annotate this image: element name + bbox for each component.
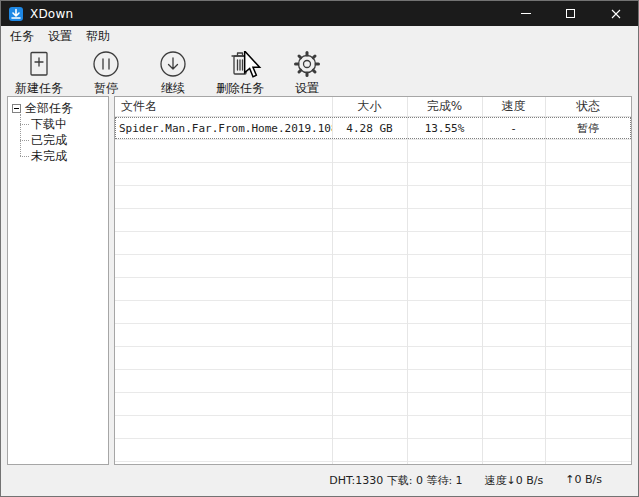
minimize-button[interactable]	[503, 1, 548, 26]
cell-percent: 13.55%	[407, 122, 482, 135]
menu-item-settings[interactable]: 设置	[41, 26, 79, 47]
tree-collapse-icon[interactable]	[12, 104, 21, 113]
window-title: XDown	[30, 7, 73, 21]
column-divider	[545, 97, 546, 464]
download-table: 文件名 大小 完成% 速度 状态 Spider.Man.Far.From.Hom…	[114, 96, 632, 465]
settings-label: 设置	[295, 80, 319, 97]
pause-label: 暂停	[94, 80, 118, 97]
pause-button[interactable]: 暂停	[80, 49, 132, 97]
tree-item-incomplete[interactable]: 未完成	[20, 148, 106, 164]
tree-children: 下载中 已完成 未完成	[20, 116, 106, 164]
settings-gear-icon	[292, 49, 322, 79]
titlebar[interactable]: XDown	[1, 1, 638, 26]
tree-item-completed[interactable]: 已完成	[20, 132, 106, 148]
close-button[interactable]	[593, 1, 638, 26]
status-upload-speed: ↑0 B/s	[565, 473, 602, 488]
column-header-speed[interactable]: 速度	[482, 98, 545, 115]
pause-icon	[91, 49, 121, 79]
maximize-button[interactable]	[548, 1, 593, 26]
statusbar: DHT:1330 下载: 0 等待: 1 速度↓0 B/s ↑0 B/s	[1, 465, 638, 496]
status-download-speed: 速度↓0 B/s	[485, 473, 544, 488]
settings-button[interactable]: 设置	[281, 49, 333, 97]
app-window: XDown 任务 设置 帮助	[0, 0, 639, 497]
delete-task-button[interactable]: 删除任务	[214, 49, 266, 97]
new-task-button[interactable]: 新建任务	[13, 49, 65, 97]
column-divider	[407, 97, 408, 464]
menu-item-task[interactable]: 任务	[3, 26, 41, 47]
menubar: 任务 设置 帮助	[1, 26, 638, 47]
cell-status: 暂停	[545, 121, 631, 136]
close-icon	[611, 9, 621, 19]
toolbar: 新建任务 暂停 继续	[1, 47, 638, 96]
task-tree-panel: 全部任务 下载中 已完成 未完成	[7, 96, 109, 465]
mouse-cursor-icon	[238, 51, 268, 81]
column-divider	[482, 97, 483, 464]
tree-root-label: 全部任务	[25, 100, 73, 117]
tree-item-downloading[interactable]: 下载中	[20, 116, 106, 132]
resume-button[interactable]: 继续	[147, 49, 199, 97]
tree-root-all-tasks[interactable]: 全部任务	[12, 100, 106, 116]
window-controls	[503, 1, 638, 26]
status-dht-stats: DHT:1330 下载: 0 等待: 1	[329, 473, 462, 488]
new-task-icon	[24, 49, 54, 79]
maximize-icon	[566, 9, 575, 18]
column-header-filename[interactable]: 文件名	[115, 98, 332, 115]
delete-task-label: 删除任务	[216, 80, 264, 97]
minimize-icon	[521, 13, 531, 14]
menu-item-help[interactable]: 帮助	[79, 26, 117, 47]
new-task-label: 新建任务	[15, 80, 63, 97]
cell-speed: -	[482, 122, 545, 135]
column-header-percent[interactable]: 完成%	[407, 98, 482, 115]
app-icon	[8, 6, 24, 22]
main-area: 全部任务 下载中 已完成 未完成 文件名 大小 完成% 速度 状态	[7, 96, 632, 465]
column-header-size[interactable]: 大小	[332, 98, 407, 115]
resume-label: 继续	[161, 80, 185, 97]
column-divider	[332, 97, 333, 464]
statusbar-group: DHT:1330 下载: 0 等待: 1 速度↓0 B/s ↑0 B/s	[329, 473, 638, 488]
cell-filename: Spider.Man.Far.From.Home.2019.1080p.WEB.…	[115, 122, 332, 135]
cell-size: 4.28 GB	[332, 122, 407, 135]
download-row-selected[interactable]: Spider.Man.Far.From.Home.2019.1080p.WEB.…	[115, 117, 631, 139]
resume-icon	[158, 49, 188, 79]
table-body: Spider.Man.Far.From.Home.2019.1080p.WEB.…	[115, 117, 631, 464]
column-header-status[interactable]: 状态	[545, 98, 631, 115]
table-header: 文件名 大小 完成% 速度 状态	[115, 97, 631, 117]
